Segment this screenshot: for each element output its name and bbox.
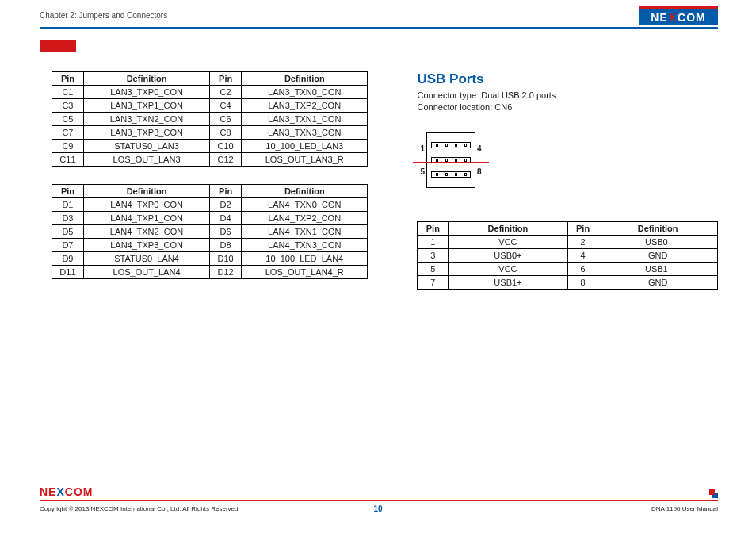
table-header: Pin xyxy=(52,185,84,198)
pin-table-c: PinDefinitionPinDefinitionC1LAN3_TXP0_CO… xyxy=(52,71,368,167)
definition-cell: USB1- xyxy=(598,262,718,275)
table-row: D9STATUS0_LAN4D1010_100_LED_LAN4 xyxy=(52,252,368,266)
pin-cell: D7 xyxy=(52,239,84,252)
pin-cell: D8 xyxy=(210,239,242,252)
usb-ports-title: USB Ports xyxy=(417,71,718,87)
definition-cell: GND xyxy=(598,248,718,262)
brand-logo-x-icon: X xyxy=(669,11,677,24)
pin-cell: D6 xyxy=(210,225,242,239)
pin-cell: 5 xyxy=(418,262,449,275)
table-row: C9STATUS0_LAN3C1010_100_LED_LAN3 xyxy=(52,140,368,153)
table-header: Definition xyxy=(242,185,368,198)
definition-cell: GND xyxy=(598,275,718,289)
footer-squares-icon xyxy=(707,489,718,498)
table-row: C7LAN3_TXP3_CONC8LAN3_TXN3_CON xyxy=(52,126,368,140)
definition-cell: USB0+ xyxy=(449,248,568,262)
table-row: D1LAN4_TXP0_COND2LAN4_TXN0_CON xyxy=(52,198,368,212)
definition-cell: LOS_OUT_LAN3_R xyxy=(242,153,368,167)
pin-cell: 6 xyxy=(567,262,598,275)
table-row: 3USB0+4GND xyxy=(418,248,718,262)
pin-table-usb: PinDefinitionPinDefinition1VCC2USB0-3USB… xyxy=(417,221,718,290)
table-header: Definition xyxy=(449,221,568,235)
diagram-pin-label: 1 xyxy=(420,144,425,153)
pin-cell: D10 xyxy=(210,252,242,266)
table-row: C5LAN3_TXN2_CONC6LAN3_TXN1_CON xyxy=(52,113,368,126)
table-row: D3LAN4_TXP1_COND4LAN4_TXP2_CON xyxy=(52,212,368,225)
table-header: Pin xyxy=(210,72,242,86)
pin-cell: C5 xyxy=(52,113,84,126)
pin-cell: D9 xyxy=(52,252,84,266)
definition-cell: USB1+ xyxy=(449,275,568,289)
pin-table-d: PinDefinitionPinDefinitionD1LAN4_TXP0_CO… xyxy=(52,184,368,279)
definition-cell: VCC xyxy=(449,235,568,248)
definition-cell: LOS_OUT_LAN4_R xyxy=(242,266,368,279)
pin-cell: 1 xyxy=(418,235,449,248)
table-header: Pin xyxy=(52,72,84,86)
chapter-heading: Chapter 2: Jumpers and Connectors xyxy=(40,11,167,20)
definition-cell: LAN4_TXN1_CON xyxy=(242,225,368,239)
section-tab-icon xyxy=(40,40,76,52)
pin-cell: D12 xyxy=(210,266,242,279)
pin-cell: C10 xyxy=(210,140,242,153)
pin-cell: D1 xyxy=(52,198,84,212)
pin-cell: D3 xyxy=(52,212,84,225)
definition-cell: STATUS0_LAN4 xyxy=(83,252,209,266)
pin-cell: C2 xyxy=(210,86,242,99)
definition-cell: LAN4_TXP1_CON xyxy=(83,212,209,225)
table-header: Pin xyxy=(567,221,598,235)
pin-cell: 2 xyxy=(567,235,598,248)
definition-cell: LOS_OUT_LAN3 xyxy=(83,153,209,167)
brand-logo-top: NE X COM xyxy=(639,6,718,25)
page-number: 10 xyxy=(0,504,756,513)
table-row: 5VCC6USB1- xyxy=(418,262,718,275)
definition-cell: LAN3_TXP2_CON xyxy=(242,99,368,113)
brand-logo-footer: NEXCOM xyxy=(40,485,93,498)
pin-cell: D5 xyxy=(52,225,84,239)
table-row: C3LAN3_TXP1_CONC4LAN3_TXP2_CON xyxy=(52,99,368,113)
definition-cell: LAN3_TXN0_CON xyxy=(242,86,368,99)
pin-cell: C7 xyxy=(52,126,84,140)
usb-connector-type: Connector type: Dual USB 2.0 ports xyxy=(417,90,718,102)
pin-cell: C4 xyxy=(210,99,242,113)
definition-cell: LAN3_TXN3_CON xyxy=(242,126,368,140)
table-header: Definition xyxy=(242,72,368,86)
pin-cell: D2 xyxy=(210,198,242,212)
table-header: Pin xyxy=(418,221,449,235)
pin-cell: C9 xyxy=(52,140,84,153)
definition-cell: LAN4_TXP2_CON xyxy=(242,212,368,225)
usb-connector-body-icon xyxy=(426,132,475,188)
usb-connector-location: Connector location: CN6 xyxy=(417,102,718,113)
table-header: Definition xyxy=(598,221,718,235)
definition-cell: USB0- xyxy=(598,235,718,248)
footer-rule xyxy=(40,500,718,501)
manual-name: DNA 1150 User Manual xyxy=(651,505,718,512)
pin-cell: 4 xyxy=(567,248,598,262)
table-row: C1LAN3_TXP0_CONC2LAN3_TXN0_CON xyxy=(52,86,368,99)
pin-cell: 7 xyxy=(418,275,449,289)
header-rule xyxy=(40,27,718,29)
pin-cell: D11 xyxy=(52,266,84,279)
definition-cell: LAN3_TXN2_CON xyxy=(83,113,209,126)
definition-cell: LAN4_TXN0_CON xyxy=(242,198,368,212)
table-header: Definition xyxy=(83,185,209,198)
diagram-pin-label: 4 xyxy=(477,144,482,153)
brand-logo-post: COM xyxy=(678,11,706,24)
table-header: Pin xyxy=(210,185,242,198)
pin-cell: 8 xyxy=(567,275,598,289)
definition-cell: LAN4_TXN3_CON xyxy=(242,239,368,252)
diagram-pin-label: 8 xyxy=(477,167,482,176)
definition-cell: VCC xyxy=(449,262,568,275)
pin-cell: C12 xyxy=(210,153,242,167)
usb-connector-diagram: 1 5 4 8 xyxy=(420,132,718,188)
pin-cell: C11 xyxy=(52,153,84,167)
pin-cell: 3 xyxy=(418,248,449,262)
table-row: D11LOS_OUT_LAN4D12LOS_OUT_LAN4_R xyxy=(52,266,368,279)
definition-cell: STATUS0_LAN3 xyxy=(83,140,209,153)
definition-cell: LAN4_TXN2_CON xyxy=(83,225,209,239)
definition-cell: LAN4_TXP0_CON xyxy=(83,198,209,212)
pin-cell: C1 xyxy=(52,86,84,99)
pin-cell: C3 xyxy=(52,99,84,113)
definition-cell: 10_100_LED_LAN3 xyxy=(242,140,368,153)
table-row: 1VCC2USB0- xyxy=(418,235,718,248)
table-row: D7LAN4_TXP3_COND8LAN4_TXN3_CON xyxy=(52,239,368,252)
